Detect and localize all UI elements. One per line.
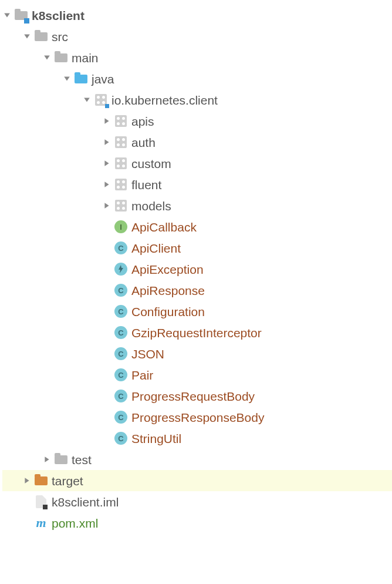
package-icon [114, 199, 128, 213]
tree-item-label: ApiClient [131, 242, 181, 254]
class-icon: C [114, 410, 128, 424]
expand-arrow-closed[interactable] [102, 180, 111, 189]
tree-item-package[interactable]: io.kubernetes.client [2, 89, 392, 110]
tree-item-label: main [72, 52, 99, 64]
svg-marker-5 [104, 118, 109, 124]
expand-arrow-closed[interactable] [42, 455, 52, 464]
tree-item-class[interactable]: CProgressRequestBody [2, 385, 392, 407]
tree-item-label: src [52, 31, 68, 43]
expand-arrow-closed[interactable] [102, 137, 111, 147]
tree-item-label: ApiResponse [131, 284, 205, 297]
expand-arrow-open[interactable] [82, 95, 92, 105]
class-icon: C [114, 347, 128, 361]
folder-icon [54, 51, 68, 65]
tree-item-class[interactable]: CConfiguration [2, 301, 392, 322]
class-icon: C [114, 304, 128, 318]
tree-item-root[interactable]: k8sclient [2, 5, 392, 26]
tree-item-subpackage[interactable]: custom [2, 153, 392, 174]
svg-marker-3 [64, 76, 70, 80]
package-icon [114, 135, 128, 149]
expand-arrow-open[interactable] [42, 53, 52, 62]
tree-item-class[interactable]: IApiCallback [2, 216, 392, 237]
tree-item-label: StringUtil [131, 432, 181, 445]
svg-marker-6 [104, 139, 109, 145]
tree-item-class[interactable]: CPair [2, 364, 392, 385]
tree-item-java[interactable]: java [2, 68, 392, 89]
tree-item-class[interactable]: CStringUtil [2, 428, 392, 449]
maven-icon: m [34, 516, 48, 530]
tree-item-label: io.kubernetes.client [111, 94, 218, 106]
tree-item-label: java [92, 73, 114, 85]
iml-file-icon [34, 495, 48, 509]
tree-item-iml[interactable]: k8sclient.iml [2, 491, 392, 512]
class-icon: C [114, 241, 128, 255]
tree-item-label: test [72, 454, 92, 466]
tree-item-label: custom [131, 157, 171, 170]
expand-arrow-closed[interactable] [102, 116, 111, 126]
tree-item-class[interactable]: CJSON [2, 343, 392, 364]
tree-item-subpackage[interactable]: fluent [2, 174, 392, 195]
tree-item-src[interactable]: src [2, 26, 392, 47]
tree-item-test[interactable]: test [2, 449, 392, 470]
class-icon: C [114, 325, 128, 340]
tree-item-class[interactable]: CGzipRequestInterceptor [2, 322, 392, 343]
tree-item-label: GzipRequestInterceptor [131, 327, 262, 339]
tree-item-label: fluent [131, 179, 161, 191]
tree-item-class[interactable]: ApiException [2, 259, 392, 280]
tree-item-pom[interactable]: mpom.xml [2, 512, 392, 533]
expand-arrow-open[interactable] [62, 74, 72, 83]
package-icon [114, 177, 128, 192]
svg-marker-10 [119, 265, 123, 273]
tree-item-subpackage[interactable]: models [2, 195, 392, 216]
package-icon [114, 156, 128, 170]
svg-marker-9 [104, 203, 109, 209]
tree-item-subpackage[interactable]: apis [2, 110, 392, 132]
tree-item-label: models [131, 200, 171, 212]
svg-marker-8 [104, 182, 109, 187]
tree-item-main[interactable]: main [2, 47, 392, 68]
expand-arrow-closed[interactable] [22, 476, 32, 485]
svg-marker-2 [44, 55, 50, 59]
svg-marker-1 [24, 34, 30, 38]
tree-item-label: ApiCallback [131, 221, 197, 233]
tree-item-label: ProgressResponseBody [131, 411, 264, 424]
tree-item-label: ApiException [131, 263, 204, 276]
folder-icon [14, 8, 28, 22]
tree-item-subpackage[interactable]: auth [2, 132, 392, 153]
expand-arrow-closed[interactable] [102, 201, 111, 210]
tree-item-target[interactable]: target [2, 470, 392, 491]
folder-icon [34, 474, 48, 488]
tree-item-label: k8sclient.iml [52, 496, 119, 508]
tree-item-label: k8sclient [32, 9, 85, 22]
class-icon: C [114, 368, 128, 382]
expand-arrow-open[interactable] [22, 32, 32, 41]
tree-item-label: JSON [131, 348, 164, 360]
folder-icon [34, 29, 48, 43]
expand-arrow-open[interactable] [2, 11, 12, 20]
tree-item-label: Configuration [131, 306, 205, 318]
svg-marker-0 [4, 13, 10, 17]
svg-marker-11 [45, 457, 49, 462]
svg-marker-4 [84, 98, 90, 102]
expand-arrow-closed[interactable] [102, 159, 111, 168]
package-icon [114, 114, 128, 128]
svg-marker-7 [104, 160, 109, 166]
tree-item-label: pom.xml [52, 517, 98, 529]
tree-item-class[interactable]: CProgressResponseBody [2, 407, 392, 428]
tree-item-label: ProgressRequestBody [131, 390, 255, 402]
exception-icon [114, 262, 128, 276]
package-icon [94, 93, 108, 107]
tree-item-label: apis [131, 115, 154, 127]
tree-item-label: auth [131, 136, 156, 149]
interface-icon: I [114, 220, 128, 234]
class-icon: C [114, 283, 128, 297]
folder-icon [74, 72, 88, 86]
class-icon: C [114, 389, 128, 403]
class-icon: C [114, 431, 128, 445]
tree-item-class[interactable]: CApiResponse [2, 280, 392, 301]
folder-icon [54, 452, 68, 466]
svg-marker-12 [25, 478, 29, 484]
tree-item-class[interactable]: CApiClient [2, 237, 392, 259]
tree-item-label: Pair [131, 369, 153, 381]
tree-item-label: target [52, 475, 83, 487]
